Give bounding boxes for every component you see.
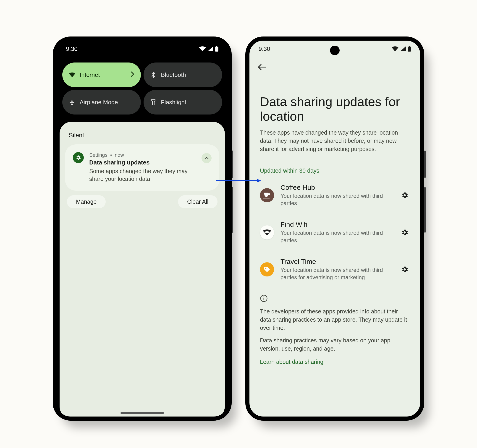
app-name: Find Wifi: [280, 221, 393, 228]
power-button[interactable]: [232, 151, 233, 178]
app-settings-button[interactable]: [400, 265, 410, 273]
wifi-icon: [392, 46, 399, 51]
info-paragraph: Data sharing practices may vary based on…: [260, 336, 410, 353]
battery-icon: [408, 46, 411, 52]
app-settings-button[interactable]: [400, 229, 410, 236]
notification-card[interactable]: Settings • now Data sharing updates Some…: [65, 144, 219, 191]
flashlight-icon: [150, 99, 157, 106]
back-button[interactable]: [258, 62, 269, 72]
notification-title: Data sharing updates: [89, 159, 196, 166]
qs-tile-flashlight[interactable]: Flashlight: [143, 90, 222, 114]
qs-tile-bluetooth[interactable]: Bluetooth: [143, 63, 222, 87]
phone-notification-shade: 9:30 Internet Bluetooth: [53, 36, 232, 421]
chevron-up-icon: [204, 157, 209, 159]
chevron-right-icon: [131, 71, 134, 78]
wifi-icon: [199, 46, 206, 51]
signal-icon: [400, 46, 406, 51]
notification-meta: Settings • now: [89, 152, 196, 158]
app-row-travel-time[interactable]: Travel Time Your location data is now sh…: [250, 251, 420, 288]
battery-icon: [215, 46, 218, 52]
status-icons: [199, 46, 218, 52]
app-desc: Your location data is now shared with th…: [280, 229, 393, 244]
svg-point-6: [263, 296, 264, 297]
info-icon: [260, 295, 268, 302]
qs-tile-label: Airplane Mode: [80, 99, 134, 106]
coffee-icon: [260, 188, 274, 202]
section-header: Updated within 30 days: [250, 153, 420, 177]
collapse-button[interactable]: [202, 153, 212, 163]
gear-icon: [401, 191, 409, 199]
wifi-app-icon: [260, 225, 274, 240]
arrow-left-icon: [258, 64, 266, 70]
learn-more-link[interactable]: Learn about data sharing: [260, 359, 410, 365]
power-button[interactable]: [424, 151, 426, 178]
qs-tile-label: Bluetooth: [161, 71, 216, 78]
tag-icon: [260, 262, 274, 277]
app-row-coffee-hub[interactable]: Coffee Hub Your location data is now sha…: [250, 177, 420, 214]
qs-tile-internet[interactable]: Internet: [62, 63, 141, 87]
app-desc: Your location data is now shared with th…: [280, 192, 393, 207]
settings-app-icon: [73, 152, 84, 163]
status-time: 9:30: [259, 45, 270, 53]
phone-settings-page: 9:30 Data sharing updates for location T…: [245, 36, 424, 421]
gear-icon: [401, 265, 409, 273]
app-name: Coffee Hub: [280, 184, 393, 191]
status-time: 9:30: [66, 45, 78, 53]
app-row-find-wifi[interactable]: Find Wifi Your location data is now shar…: [250, 214, 420, 251]
svg-rect-7: [264, 298, 264, 300]
wifi-icon: [69, 72, 76, 77]
app-settings-button[interactable]: [400, 191, 410, 199]
info-block: The developers of these apps provided in…: [250, 288, 420, 365]
volume-button[interactable]: [232, 187, 233, 233]
info-paragraph: The developers of these apps provided in…: [260, 307, 410, 332]
app-desc: Your location data is now shared with th…: [280, 266, 393, 281]
svg-rect-1: [216, 46, 217, 47]
page-subtitle: These apps have changed the way they sha…: [250, 128, 420, 153]
app-name: Travel Time: [280, 258, 393, 265]
qs-tile-airplane[interactable]: Airplane Mode: [62, 90, 141, 114]
svg-rect-3: [409, 46, 410, 47]
shade-section-label: Silent: [65, 128, 219, 144]
qs-tile-label: Flashlight: [161, 99, 216, 106]
volume-button[interactable]: [424, 187, 426, 233]
svg-rect-2: [408, 47, 411, 52]
nav-handle[interactable]: [120, 412, 164, 414]
quick-settings-grid: Internet Bluetooth Airplane Mode: [57, 57, 227, 120]
gear-icon: [401, 229, 409, 236]
notification-shade-panel: Silent Settings • now Data sharing updat…: [60, 122, 225, 417]
camera-punch: [330, 46, 340, 55]
status-bar: 9:30: [57, 41, 227, 57]
qs-tile-label: Internet: [80, 71, 127, 78]
page-title: Data sharing updates for location: [250, 72, 420, 128]
svg-point-4: [265, 268, 266, 269]
signal-icon: [208, 46, 213, 51]
svg-rect-0: [215, 47, 218, 52]
clear-all-button[interactable]: Clear All: [178, 195, 217, 208]
airplane-icon: [69, 99, 76, 105]
notification-body: Some apps changed the way they may share…: [89, 167, 196, 183]
bluetooth-icon: [150, 71, 157, 78]
status-icons: [392, 46, 411, 52]
manage-button[interactable]: Manage: [67, 195, 106, 208]
